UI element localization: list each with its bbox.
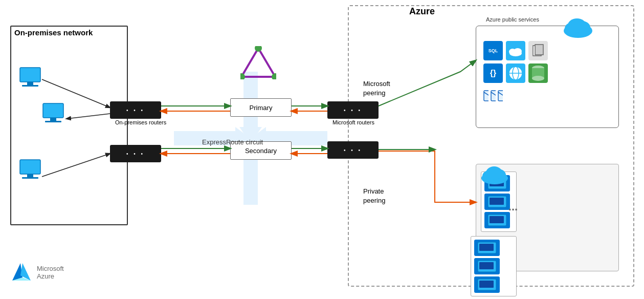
vm-icon-4 (474, 240, 500, 256)
onprem-router-bottom: • • • (110, 145, 161, 162)
svg-point-50 (486, 166, 502, 180)
azure-label: Azure (409, 6, 435, 17)
svg-rect-16 (22, 177, 38, 179)
svg-rect-15 (27, 174, 33, 177)
email-icons (483, 86, 503, 105)
ms-routers-label: Microsoft routers (332, 119, 374, 126)
microsoft-peering-label: Microsoftpeering (363, 79, 390, 98)
private-peering-label: Privatepeering (363, 187, 385, 205)
primary-circuit-box: Primary (230, 98, 292, 117)
cloud-service-icon (506, 41, 525, 60)
azure-public-services-label: Azure public services (486, 16, 539, 23)
vm-icon-5 (474, 258, 500, 274)
private-cloud-icon (481, 163, 509, 186)
vm-grid: ... (481, 172, 557, 296)
computer-2 (41, 102, 65, 125)
globe-icon (506, 63, 525, 83)
computer-1 (18, 67, 42, 89)
svg-rect-38 (490, 198, 504, 205)
svg-rect-46 (479, 281, 494, 288)
vm-icon-6 (474, 276, 500, 293)
vm-stack-right (471, 236, 517, 296)
azure-service-icons: SQL {} (483, 41, 549, 106)
ms-router-bottom: • • • (327, 141, 379, 159)
ms-azure-text: Microsoft Azure (37, 265, 64, 280)
svg-point-7 (272, 73, 276, 79)
svg-rect-40 (490, 216, 504, 223)
svg-point-31 (532, 76, 544, 81)
expressroute-icon (240, 46, 276, 81)
svg-rect-44 (479, 262, 494, 269)
page-icon (528, 41, 548, 60)
sql-icon: SQL (483, 41, 503, 60)
svg-rect-42 (479, 244, 494, 251)
svg-rect-11 (43, 103, 63, 118)
db-icon (528, 63, 548, 83)
api-icon: {} (483, 63, 503, 83)
vm-dots: ... (505, 182, 521, 232)
svg-rect-10 (22, 85, 38, 87)
ms-azure-line1: Microsoft (37, 265, 64, 272)
onprem-router-top: • • • (110, 101, 161, 119)
svg-rect-9 (27, 82, 33, 85)
onprem-label: On-premises network (14, 28, 93, 37)
azure-public-cloud-icon (563, 14, 593, 39)
onprem-routers-label: On-premises routers (115, 119, 166, 126)
svg-point-6 (240, 73, 245, 79)
ms-azure-logo: Microsoft Azure (10, 261, 64, 284)
svg-rect-13 (45, 121, 61, 122)
svg-rect-25 (535, 45, 543, 55)
ms-azure-line2: Azure (37, 272, 64, 280)
onprem-box (10, 26, 128, 225)
svg-point-23 (514, 48, 522, 54)
svg-rect-12 (50, 118, 56, 121)
svg-rect-14 (20, 160, 40, 174)
svg-rect-8 (20, 68, 40, 82)
azure-logo-icon (10, 261, 33, 284)
computer-3 (18, 159, 42, 181)
svg-point-20 (568, 18, 586, 33)
svg-marker-4 (241, 48, 275, 77)
ms-router-top: • • • (327, 101, 379, 119)
expressroute-label: ExpressRoute circuit (202, 138, 263, 146)
